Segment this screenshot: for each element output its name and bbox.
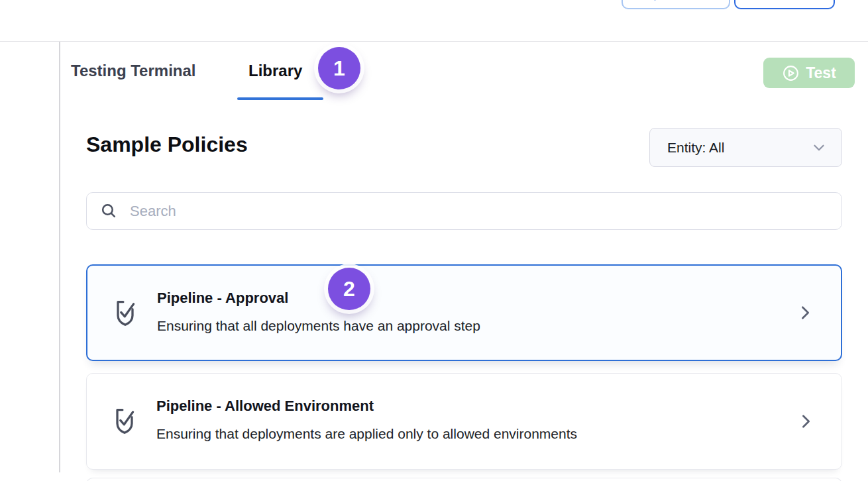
annotation-badge-1: 1 [318, 47, 360, 89]
policy-card-partial[interactable] [86, 478, 842, 481]
policy-description: Ensuring that deployments are applied on… [156, 426, 577, 442]
shield-check-icon [112, 407, 137, 436]
policy-card-pipeline-allowed-environment[interactable]: Pipeline - Allowed Environment Ensuring … [86, 373, 842, 470]
test-button[interactable]: Test [763, 58, 855, 88]
policy-title: Pipeline - Allowed Environment [156, 398, 374, 415]
entity-filter-value: Entity: All [667, 140, 724, 156]
chevron-right-icon[interactable] [797, 413, 815, 431]
search-box [86, 192, 842, 230]
policy-library-page: Save Discard Testing Terminal Library 1 … [0, 0, 868, 481]
discard-button[interactable]: Discard [734, 0, 835, 9]
chevron-down-icon [811, 140, 827, 156]
discard-button-label: Discard [757, 0, 812, 3]
save-icon [654, 0, 656, 1]
play-circle-icon [782, 64, 800, 82]
active-tab-indicator [237, 97, 323, 100]
policy-description: Ensuring that all deployments have an ap… [157, 318, 480, 334]
policy-title: Pipeline - Approval [157, 290, 288, 307]
panel-divider [59, 42, 60, 472]
shield-check-icon [113, 299, 138, 328]
save-button[interactable]: Save [622, 0, 730, 9]
save-button-label: Save [663, 0, 698, 3]
annotation-badge-2: 2 [328, 268, 370, 310]
entity-filter-dropdown[interactable]: Entity: All [649, 128, 842, 167]
search-input[interactable] [118, 193, 841, 229]
tab-testing-terminal[interactable]: Testing Terminal [71, 62, 195, 80]
policy-card-pipeline-approval[interactable]: Pipeline - Approval Ensuring that all de… [86, 264, 842, 361]
page-title: Sample Policies [86, 133, 248, 157]
test-button-label: Test [806, 64, 836, 82]
search-icon [100, 202, 118, 220]
tab-library[interactable]: Library [248, 62, 302, 80]
header-divider [0, 41, 868, 42]
chevron-right-icon[interactable] [796, 304, 814, 322]
